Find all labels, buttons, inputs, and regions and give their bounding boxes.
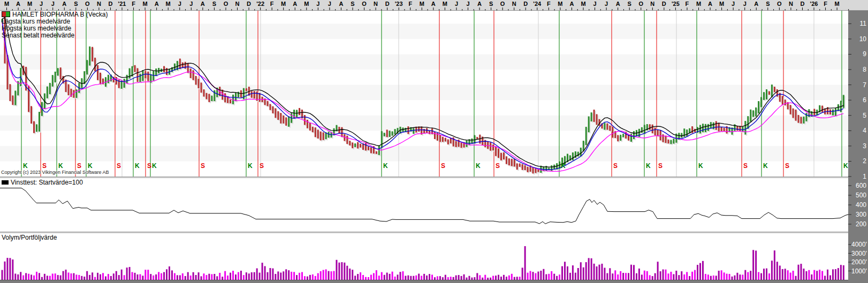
volume-bar [824,276,826,280]
price-bar [758,101,759,113]
volume-axis-tick [848,253,851,254]
price-axis-tick [848,161,851,162]
month-minor-tick [738,9,739,11]
month-major-tick [767,7,768,10]
price-bar [267,101,269,106]
price-bar [514,159,515,167]
price-bar [108,75,109,83]
price-bar [323,132,324,140]
volume-bar [25,273,27,280]
volume-bar [423,274,425,280]
month-minor-tick [24,9,24,11]
month-minor-tick [197,9,197,11]
price-bar [657,130,659,136]
volume-bar [803,269,804,280]
volume-bar [60,276,62,280]
month-major-tick [272,7,272,10]
volume-bar [461,276,462,280]
price-bar [309,123,311,131]
volume-bar [681,271,682,280]
month-minor-tick [220,9,220,11]
price-bar [185,62,186,69]
month-major-tick [491,7,491,10]
month-minor-tick [831,9,832,11]
month-minor-tick [474,9,474,11]
volume-bar [644,271,645,280]
volume-bar [569,273,571,280]
volume-bar [185,276,186,280]
price-stripe [0,24,848,39]
volume-bar [793,271,794,280]
volume-bar [434,277,436,280]
volume-bar [575,273,576,280]
price-bar [442,137,444,142]
month-major-tick [814,7,814,10]
price-bar [535,169,536,173]
month-minor-tick [289,9,290,11]
volume-bar [179,275,181,280]
volume-bar [771,261,773,280]
volume-bar [14,273,16,280]
volume-bar [309,275,311,280]
price-bar [370,147,372,153]
price-bar [803,117,804,124]
volume-bar [214,274,215,280]
volume-bar [787,270,789,280]
month-major-tick [260,7,261,10]
volume-bar [628,273,629,280]
month-major-tick [733,7,734,10]
month-minor-tick [104,9,105,11]
volume-bar [479,275,481,280]
month-minor-tick [612,9,612,11]
price-bar [129,68,131,79]
volume-bar [506,277,507,280]
volume-bar [657,262,659,280]
volume-bar [304,276,306,280]
month-major-tick [18,7,19,10]
volume-bar [760,273,762,280]
volume-bar [100,274,101,280]
volume-bar [519,277,521,280]
volume-bar [402,271,403,280]
month-minor-tick [451,9,451,11]
price-bar [790,105,791,114]
month-minor-tick [681,9,682,11]
price-bar [506,156,507,164]
volume-bar [686,272,688,280]
volume-bar [790,273,791,280]
volume-bar [275,274,276,280]
volume-bar [161,273,162,280]
volume-bar [413,276,414,280]
price-bar [354,143,356,147]
volume-bar [585,262,587,280]
volume-bar [325,269,327,280]
price-bar [75,89,77,98]
volume-bar [503,275,505,280]
volume-bar [583,267,584,280]
month-minor-tick [439,9,439,11]
volume-bar [660,271,661,280]
volume-bar [476,273,478,280]
value-axis-gutter[interactable] [848,11,868,283]
month-major-tick [433,7,433,10]
volume-bar [323,270,324,280]
volume-bar [630,265,632,280]
volume-bar [57,275,59,280]
volume-bar [729,274,730,280]
volume-bar [320,271,322,280]
volume-bar [750,271,751,280]
month-minor-tick [669,9,670,11]
month-major-tick [202,7,203,10]
price-axis-tick [848,115,851,116]
equity-panel[interactable] [0,178,848,232]
volume-bar [827,270,828,280]
volume-bar [315,276,316,280]
volume-bar [102,273,104,280]
volume-bar [147,270,149,280]
price-bar [285,117,287,125]
volume-bar [724,272,725,280]
volume-bar [373,273,375,280]
month-major-tick [168,7,169,10]
price-bar [413,128,414,134]
volume-bar [766,269,767,280]
